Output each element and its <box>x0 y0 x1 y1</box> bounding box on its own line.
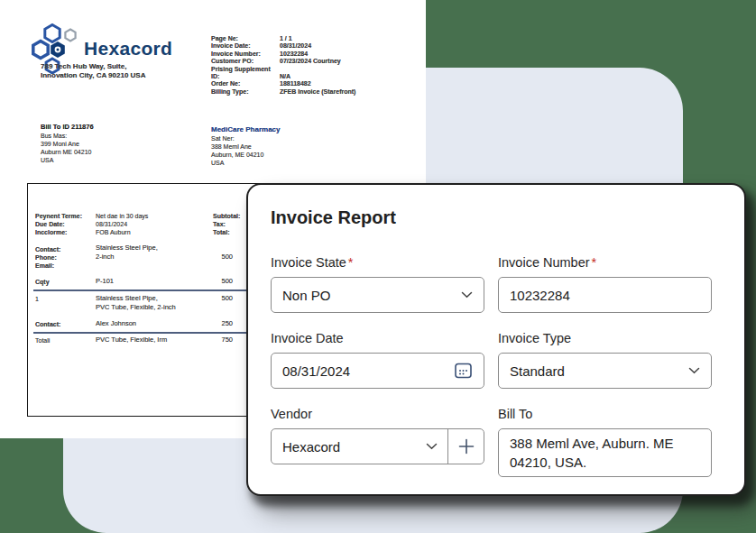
invoice-type-label: Invoice Type <box>498 329 712 347</box>
bill-to-line: Auburn ME 04210 <box>41 148 94 156</box>
field-invoice-date: Invoice Date 08/31/2024 <box>271 329 484 389</box>
ship-to-block: MediCare Pharmacy Sat Ner: 388 Meml Ane … <box>211 125 280 167</box>
chevron-down-icon <box>461 291 473 299</box>
company-name: Hexacord <box>84 38 172 60</box>
invoice-type-dropdown[interactable]: Standard <box>498 353 712 389</box>
required-marker: * <box>592 255 597 270</box>
bill-to-line: 399 Moni Ane <box>41 140 94 148</box>
contact-labels: Contact: Phone: Email: <box>35 245 60 270</box>
invoice-state-dropdown[interactable]: Non PO <box>271 277 484 313</box>
company-address-line1: 789 Tech Hub Way, Suite, <box>41 62 145 71</box>
line-amount: 500 <box>195 294 233 302</box>
line-amount: 500 <box>195 277 233 285</box>
ship-to-line: Sat Ner: <box>211 134 280 142</box>
invoice-date-value: 08/31/2024 <box>282 363 454 379</box>
line-amount: 500 <box>195 253 233 261</box>
item-col1: Contact: <box>35 320 60 328</box>
item-desc: PVC Tube, Flexible, Irm <box>96 335 167 345</box>
bill-to-label: Bill To <box>498 405 712 423</box>
terms-labels: Peynent Terme: Due Date: Incclorme: <box>35 212 82 236</box>
company-address: 789 Tech Hub Way, Suite, Innovation City… <box>41 62 145 80</box>
invoice-type-value: Standard <box>510 363 688 379</box>
header-field-row: Customer PO:07/23/2024 Courtney <box>211 58 355 65</box>
hero-canvas: Hexacord 789 Tech Hub Way, Suite, Innova… <box>0 0 756 533</box>
header-field-row: Invoice Date:08/31/2024 <box>211 42 355 50</box>
item-col1: Totali <box>35 336 50 345</box>
form-grid: Invoice State* Non PO Invoice Number* 10… <box>271 253 708 477</box>
ship-to-line: 388 Meml Ane <box>211 142 280 151</box>
ship-to-line: Auburn, ME 04210 <box>211 151 280 159</box>
contact-desc: Stainless Steel Pipe, 2-inch <box>96 244 158 262</box>
terms-values: Net dae in 30 days 08/31/2024 FOB Auburn <box>96 212 148 236</box>
plus-icon <box>458 438 475 455</box>
bill-to-textarea[interactable]: 388 Meml Ave, Auburn. ME 04210, USA. <box>498 428 712 477</box>
required-marker: * <box>348 255 354 270</box>
field-invoice-type: Invoice Type Standard <box>498 329 712 389</box>
vendor-dropdown[interactable]: Hexacord <box>271 428 484 464</box>
item-desc: P-101 <box>96 277 114 286</box>
bill-to-line: USA <box>41 156 94 164</box>
vendor-value: Hexacord <box>282 439 426 455</box>
field-invoice-state: Invoice State* Non PO <box>271 253 484 313</box>
field-bill-to: Bill To 388 Meml Ave, Auburn. ME 04210, … <box>498 405 712 477</box>
field-invoice-number: Invoice Number* 10232284 <box>498 253 712 313</box>
item-col1: Cqty <box>35 278 50 286</box>
item-desc: Alex Johnson <box>96 319 136 328</box>
invoice-state-value: Non PO <box>282 288 461 303</box>
field-vendor: Vendor Hexacord <box>271 405 484 464</box>
ship-to-line: USA <box>211 159 280 167</box>
calendar-icon[interactable] <box>454 362 473 380</box>
invoice-report-panel: Invoice Report Invoice State* Non PO Inv… <box>246 183 746 496</box>
header-field-row: Page Ne:1 / 1 <box>211 35 355 42</box>
header-field-row: Invoice Number:10232284 <box>211 51 355 58</box>
panel-title: Invoice Report <box>271 205 708 230</box>
invoice-number-label: Invoice Number* <box>498 253 712 271</box>
ship-to-title: MediCare Pharmacy <box>211 125 280 133</box>
invoice-number-input[interactable]: 10232284 <box>498 277 712 313</box>
item-col1: 1 <box>35 295 39 303</box>
header-field-row: Billing Type:ZFEB Invoice (Starefront) <box>211 88 355 96</box>
bill-to-block: Bill To ID 211876 Bus Mas: 399 Moni Ane … <box>41 123 94 164</box>
add-vendor-button[interactable] <box>448 429 484 464</box>
company-address-line2: Innovation City, CA 90210 USA <box>41 71 145 80</box>
invoice-state-label: Invoice State* <box>271 253 484 271</box>
vendor-label: Vendor <box>271 405 484 423</box>
item-desc: Stainless Steel Pipe, PVC Tube, Flexible… <box>96 294 176 312</box>
chevron-down-icon <box>426 443 438 450</box>
invoice-header-fields: Page Ne:1 / 1 Invoice Date:08/31/2024 In… <box>211 35 355 96</box>
chevron-down-icon <box>688 367 700 374</box>
line-amount: 750 <box>195 335 233 344</box>
invoice-number-value: 10232284 <box>510 288 700 303</box>
invoice-date-label: Invoice Date <box>271 329 484 347</box>
totals-labels: Subtotal: Tax: Total: <box>213 212 240 236</box>
bill-to-title: Bill To ID 211876 <box>41 123 94 131</box>
invoice-date-input[interactable]: 08/31/2024 <box>271 353 484 389</box>
header-field-row: Order Ne:188118482 <box>211 80 355 87</box>
line-amount: 250 <box>195 319 233 327</box>
header-field-row: Prising Supplement ID:N/A <box>211 66 355 81</box>
bill-to-line: Bus Mas: <box>41 132 94 140</box>
